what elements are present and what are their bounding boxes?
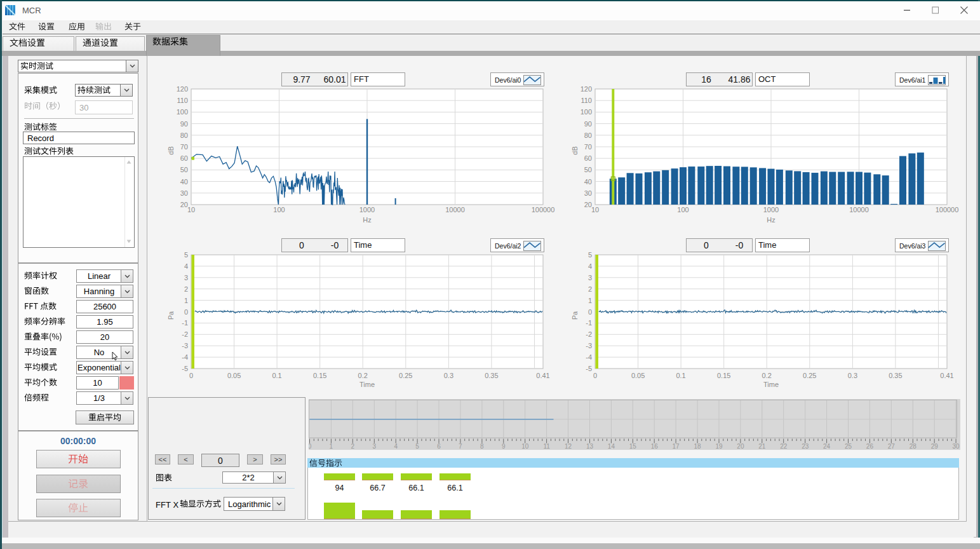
svg-text:0.35: 0.35 — [889, 372, 902, 379]
svg-text:70: 70 — [180, 143, 188, 151]
svg-text:0: 0 — [184, 308, 188, 316]
svg-text:dB: dB — [167, 146, 175, 154]
svg-text:4: 4 — [184, 262, 188, 270]
svg-text:11: 11 — [543, 443, 550, 450]
svg-text:100000: 100000 — [532, 206, 555, 214]
svg-text:30: 30 — [953, 443, 960, 450]
svg-text:0: 0 — [588, 308, 592, 316]
svg-text:0.3: 0.3 — [848, 372, 857, 379]
svg-text:-2: -2 — [586, 330, 592, 338]
svg-text:10: 10 — [521, 443, 529, 450]
svg-text:-4: -4 — [586, 353, 592, 361]
svg-text:4: 4 — [394, 443, 398, 450]
svg-text:0: 0 — [189, 372, 193, 379]
svg-text:5: 5 — [588, 252, 592, 259]
svg-text:Pa: Pa — [571, 311, 579, 320]
svg-text:9: 9 — [502, 443, 506, 450]
svg-text:40: 40 — [180, 178, 188, 186]
svg-text:-3: -3 — [182, 342, 188, 349]
svg-text:13: 13 — [586, 443, 594, 450]
svg-text:23: 23 — [802, 443, 809, 450]
svg-text:0.41: 0.41 — [940, 372, 953, 379]
svg-text:-1: -1 — [182, 319, 188, 327]
svg-text:50: 50 — [584, 166, 592, 173]
svg-text:3: 3 — [373, 443, 377, 450]
svg-text:0.25: 0.25 — [399, 372, 412, 379]
svg-text:0.15: 0.15 — [313, 372, 326, 379]
svg-text:10000: 10000 — [849, 206, 869, 214]
svg-text:26: 26 — [866, 443, 874, 450]
svg-text:1000: 1000 — [763, 206, 779, 214]
svg-text:0: 0 — [309, 443, 312, 450]
svg-text:0.2: 0.2 — [762, 372, 772, 379]
svg-text:10: 10 — [187, 206, 195, 214]
svg-text:6: 6 — [437, 443, 441, 450]
svg-text:100000: 100000 — [936, 206, 959, 214]
svg-text:7: 7 — [459, 443, 462, 450]
svg-text:15: 15 — [629, 443, 637, 450]
svg-text:24: 24 — [823, 443, 831, 450]
svg-text:60: 60 — [584, 154, 592, 162]
svg-text:40: 40 — [584, 178, 592, 186]
svg-text:120: 120 — [177, 86, 188, 93]
svg-text:-2: -2 — [182, 330, 188, 338]
svg-text:28: 28 — [910, 443, 917, 450]
svg-text:16: 16 — [651, 443, 659, 450]
svg-text:60: 60 — [180, 154, 188, 162]
svg-text:0.2: 0.2 — [358, 372, 368, 379]
svg-text:5: 5 — [184, 252, 188, 259]
svg-text:18: 18 — [694, 443, 702, 450]
svg-text:4: 4 — [588, 262, 592, 270]
svg-text:3: 3 — [184, 274, 188, 281]
svg-text:-5: -5 — [586, 365, 592, 372]
svg-text:14: 14 — [608, 443, 615, 450]
svg-text:80: 80 — [584, 132, 592, 139]
svg-text:70: 70 — [584, 143, 592, 151]
svg-text:22: 22 — [780, 443, 788, 450]
svg-text:1: 1 — [588, 297, 592, 304]
svg-text:10: 10 — [591, 206, 599, 214]
svg-text:Time: Time — [763, 381, 779, 388]
svg-text:0: 0 — [593, 372, 597, 379]
svg-text:-1: -1 — [586, 319, 592, 327]
svg-text:90: 90 — [584, 120, 592, 128]
svg-text:Time: Time — [359, 381, 375, 388]
svg-text:1000: 1000 — [359, 206, 375, 214]
svg-text:30: 30 — [584, 189, 592, 197]
svg-text:29: 29 — [931, 443, 939, 450]
svg-text:100: 100 — [177, 108, 188, 116]
svg-text:2: 2 — [588, 285, 592, 293]
svg-text:50: 50 — [180, 166, 188, 173]
svg-text:20: 20 — [737, 443, 744, 450]
svg-text:Hz: Hz — [363, 216, 371, 224]
svg-text:0.1: 0.1 — [676, 372, 685, 379]
svg-text:0.25: 0.25 — [803, 372, 816, 379]
svg-text:110: 110 — [177, 97, 188, 104]
svg-text:0.3: 0.3 — [444, 372, 453, 379]
svg-text:12: 12 — [565, 443, 572, 450]
svg-text:21: 21 — [758, 443, 766, 450]
svg-text:0.15: 0.15 — [717, 372, 730, 379]
svg-text:0.05: 0.05 — [227, 372, 241, 379]
svg-text:100: 100 — [581, 108, 592, 116]
svg-text:10000: 10000 — [445, 206, 465, 214]
svg-text:-4: -4 — [182, 353, 188, 361]
svg-text:Pa: Pa — [167, 311, 175, 320]
svg-text:2: 2 — [351, 443, 355, 450]
svg-text:-3: -3 — [586, 342, 592, 349]
svg-text:0.41: 0.41 — [536, 372, 549, 379]
svg-text:19: 19 — [715, 443, 723, 450]
svg-text:-5: -5 — [182, 365, 188, 372]
svg-text:30: 30 — [180, 189, 188, 197]
svg-text:dB: dB — [571, 146, 579, 154]
svg-text:Hz: Hz — [767, 216, 775, 224]
svg-text:90: 90 — [180, 120, 188, 128]
svg-text:100: 100 — [273, 206, 285, 214]
svg-text:0.05: 0.05 — [631, 372, 645, 379]
svg-text:8: 8 — [480, 443, 484, 450]
svg-text:27: 27 — [888, 443, 896, 450]
svg-text:25: 25 — [845, 443, 852, 450]
svg-text:80: 80 — [180, 132, 188, 139]
svg-text:120: 120 — [581, 86, 592, 93]
svg-text:5: 5 — [415, 443, 419, 450]
